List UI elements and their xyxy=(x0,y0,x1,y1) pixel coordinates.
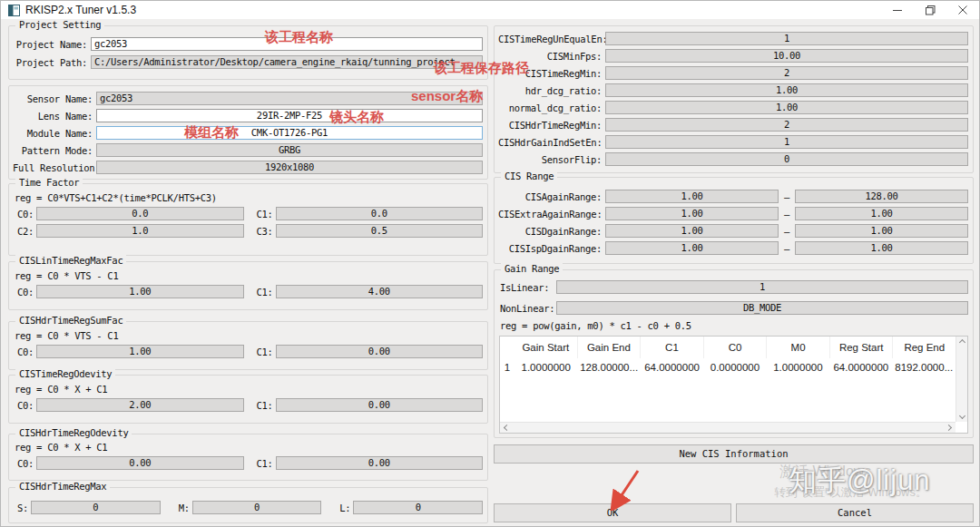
close-icon xyxy=(958,5,967,15)
pattern-mode-label: Pattern Mode: xyxy=(13,145,96,156)
range-dash: – xyxy=(779,191,795,202)
col-header-reg-start[interactable]: Reg Start xyxy=(830,337,894,358)
cis-lin-time-reg-max-fac-title: CISLinTimeRegMaxFac xyxy=(15,255,126,266)
hdr-dcg-ratio-label: hdr_dcg_ratio: xyxy=(498,85,605,96)
lens-name-input[interactable]: 29IR-2MP-F25 xyxy=(96,109,483,122)
gain-range-table-header: Gain Start Gain End C1 C0 M0 Reg Start R… xyxy=(500,337,967,358)
c0-label: C0: xyxy=(13,346,36,357)
hdr-odevity-c0-field[interactable]: 0.00 xyxy=(36,456,244,470)
cis-lin-time-reg-max-fac-group: CISLinTimeRegMaxFac reg = C0 * VTS - C1 … xyxy=(8,261,488,310)
table-horizontal-scrollbar[interactable] xyxy=(500,422,956,433)
app-icon xyxy=(8,5,20,16)
cis-time-reg-min-field[interactable]: 2 xyxy=(605,66,968,80)
scroll-up-icon xyxy=(958,339,965,346)
s-label: S: xyxy=(13,503,31,513)
full-resolution-field[interactable]: 1920x1080 xyxy=(96,161,483,174)
new-cis-information-button[interactable]: New CIS Information xyxy=(494,444,974,464)
cis-again-range-to-field[interactable]: 128.00 xyxy=(795,190,968,203)
non-linear-label: NonLinear: xyxy=(498,303,556,314)
non-linear-field[interactable]: DB_MODE xyxy=(556,301,968,315)
m-label: M: xyxy=(169,503,192,513)
odevity-c0-field[interactable]: 2.00 xyxy=(36,398,244,412)
hdr-max-m-field[interactable]: 0 xyxy=(192,501,322,514)
col-header-reg-end[interactable]: Reg End xyxy=(893,337,956,358)
cis-time-reg-odevity-title: CISTimeRegOdevity xyxy=(15,368,115,379)
cell-gain-end[interactable]: 128.00000... xyxy=(577,358,640,376)
cis-extra-again-range-from-field[interactable]: 1.00 xyxy=(605,207,779,220)
normal-dcg-ratio-field[interactable]: 1.00 xyxy=(605,101,968,114)
time-factor-c2-field[interactable]: 1.0 xyxy=(36,224,244,238)
time-factor-c3-field[interactable]: 0.5 xyxy=(276,224,484,238)
module-name-input[interactable]: CMK-OT1726-PG1 xyxy=(96,126,483,140)
col-header-gain-end[interactable]: Gain End xyxy=(578,337,642,358)
hdr-dcg-ratio-field[interactable]: 1.00 xyxy=(605,83,968,97)
sensor-flip-label: SensorFlip: xyxy=(498,154,605,165)
col-header-c1[interactable]: C1 xyxy=(641,337,704,358)
hdr-odevity-c1-field[interactable]: 0.00 xyxy=(276,456,484,470)
project-path-field[interactable]: C:/Users/Administrator/Desktop/camera_en… xyxy=(91,55,483,69)
table-vertical-scrollbar[interactable] xyxy=(956,337,967,422)
annotation-lens-name: 镜头名称 xyxy=(329,109,384,126)
cis-hdr-time-reg-min-field[interactable]: 2 xyxy=(605,118,968,132)
cis-hdr-time-reg-sum-fac-formula: reg = C0 * VTS - C1 xyxy=(15,330,487,341)
cis-range-group: CIS Range CISAgainRange: 1.00 – 128.00 C… xyxy=(494,177,974,264)
lin-max-c1-field[interactable]: 4.00 xyxy=(276,285,484,298)
title-bar: RKISP2.x Tuner v1.5.3 xyxy=(1,1,979,19)
restore-button[interactable] xyxy=(914,1,946,19)
app-window: RKISP2.x Tuner v1.5.3 Project Setting xyxy=(0,0,980,527)
is-linear-label: IsLinear: xyxy=(498,282,556,293)
c0-label: C0: xyxy=(13,400,36,411)
cis-again-range-from-field[interactable]: 1.00 xyxy=(605,190,779,203)
c1-label: C1: xyxy=(252,346,276,357)
cis-isp-dgain-range-to-field[interactable]: 1.00 xyxy=(795,241,968,255)
hdr-max-s-field[interactable]: 0 xyxy=(31,501,161,514)
normal-dcg-ratio-label: normal_dcg_ratio: xyxy=(498,102,605,113)
window-title: RKISP2.x Tuner v1.5.3 xyxy=(25,4,136,16)
cell-c1[interactable]: 64.0000000 xyxy=(641,358,703,376)
project-path-label: Project Path: xyxy=(13,57,91,68)
c1-label: C1: xyxy=(252,400,276,411)
col-header-c0[interactable]: C0 xyxy=(704,337,768,358)
col-header-gain-start[interactable]: Gain Start xyxy=(514,337,578,358)
sensor-flip-field[interactable]: 0 xyxy=(605,152,968,166)
c1-label: C1: xyxy=(252,287,276,298)
time-factor-c0-field[interactable]: 0.0 xyxy=(36,207,244,220)
time-factor-group-title: Time Factor xyxy=(15,177,83,188)
cell-reg-end[interactable]: 8192.0000... xyxy=(893,358,956,376)
annotation-module-name: 模组名称 xyxy=(184,124,239,142)
gain-range-table: Gain Start Gain End C1 C0 M0 Reg Start R… xyxy=(499,336,968,434)
cis-min-fps-field[interactable]: 10.00 xyxy=(605,49,968,63)
cis-again-range-label: CISAgainRange: xyxy=(498,191,605,202)
cis-isp-dgain-range-from-field[interactable]: 1.00 xyxy=(605,241,779,255)
hdr-sum-c0-field[interactable]: 1.00 xyxy=(36,345,244,358)
cell-gain-start[interactable]: 1.0000000 xyxy=(514,358,577,376)
cell-m0[interactable]: 1.0000000 xyxy=(767,358,829,376)
cancel-button[interactable]: Cancel xyxy=(736,503,974,522)
cis-lin-time-reg-max-fac-formula: reg = C0 * VTS - C1 xyxy=(15,270,487,281)
c1-label: C1: xyxy=(252,209,276,220)
pattern-mode-field[interactable]: GRBG xyxy=(96,143,483,157)
col-header-m0[interactable]: M0 xyxy=(767,337,830,358)
hdr-sum-c1-field[interactable]: 0.00 xyxy=(276,345,484,358)
module-name-label: Module Name: xyxy=(13,128,96,139)
cis-time-reg-unequal-en-field[interactable]: 1 xyxy=(605,32,968,45)
gain-range-group-title: Gain Range xyxy=(501,263,563,274)
cis-dgain-range-to-field[interactable]: 1.00 xyxy=(795,224,968,238)
hdr-max-l-field[interactable]: 0 xyxy=(353,501,483,514)
cell-reg-start[interactable]: 64.0000000 xyxy=(829,358,892,376)
cis-time-reg-unequal-en-label: CISTimeRegUnEqualEn: xyxy=(498,34,605,44)
cis-hdr-gain-ind-set-en-field[interactable]: 1 xyxy=(605,135,968,149)
odevity-c1-field[interactable]: 0.00 xyxy=(276,398,484,412)
close-button[interactable] xyxy=(946,1,979,19)
minimize-button[interactable] xyxy=(881,1,914,19)
row-number: 1 xyxy=(500,358,514,376)
lin-max-c0-field[interactable]: 1.00 xyxy=(36,285,244,298)
annotation-project-path: 该工程保存路径 xyxy=(434,60,529,77)
is-linear-field[interactable]: 1 xyxy=(556,280,968,294)
cell-c0[interactable]: 0.0000000 xyxy=(703,358,766,376)
cis-dgain-range-from-field[interactable]: 1.00 xyxy=(605,224,779,238)
cis-extra-again-range-to-field[interactable]: 1.00 xyxy=(795,207,968,220)
project-name-label: Project Name: xyxy=(13,39,91,50)
table-row[interactable]: 1 1.0000000 128.00000... 64.0000000 0.00… xyxy=(500,358,967,376)
time-factor-c1-field[interactable]: 0.0 xyxy=(276,207,484,220)
